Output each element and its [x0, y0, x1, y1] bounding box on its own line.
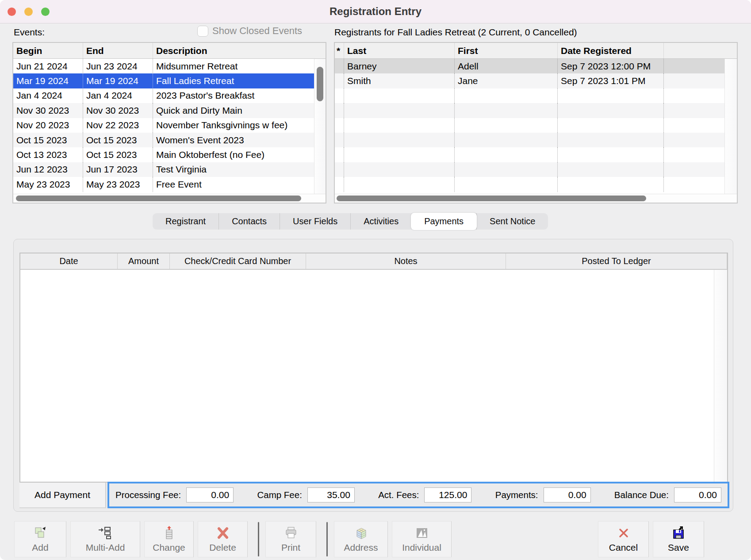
multi-add-icon: [98, 525, 113, 541]
add-payment-button[interactable]: Add Payment: [19, 483, 106, 508]
events-vertical-scroll-thumb[interactable]: [317, 67, 323, 101]
registrant-filler-cell: [664, 133, 724, 147]
change-button[interactable]: Change: [144, 521, 194, 557]
event-row[interactable]: Jan 4 2024Jan 4 20242023 Pastor's Breakf…: [13, 88, 314, 103]
registrant-flag-cell: [335, 133, 344, 147]
event-row[interactable]: May 23 2023May 23 2023Free Event: [13, 177, 314, 192]
payments-column-header: Date: [20, 253, 118, 269]
save-floppy-icon: [671, 525, 686, 541]
registrant-first-cell: [455, 162, 558, 177]
registrant-filler-cell: [664, 162, 724, 177]
event-begin-cell: Jun 21 2024: [13, 59, 83, 73]
change-button-label: Change: [153, 542, 185, 553]
event-end-cell: Oct 15 2023: [83, 147, 153, 162]
registrant-flag-cell: [335, 118, 344, 133]
event-begin-cell: Nov 20 2023: [13, 118, 83, 133]
event-row[interactable]: Nov 30 2023Nov 30 2023Quick and Dirty Ma…: [13, 103, 314, 118]
payments-column-header: Posted To Ledger: [506, 253, 727, 269]
registrant-empty-row: [335, 162, 724, 177]
tab-sent-notice[interactable]: Sent Notice: [476, 213, 548, 230]
registrant-last-cell: [344, 118, 455, 133]
registrant-first-cell: Jane: [455, 73, 558, 88]
event-end-cell: Jun 23 2024: [83, 59, 153, 73]
fee-value-field[interactable]: 125.00: [424, 487, 471, 502]
cancel-button[interactable]: Cancel: [598, 521, 649, 557]
toolbar-group-divider: [326, 522, 328, 556]
registrants-column-header: First: [455, 43, 558, 58]
detail-tabbar: RegistrantContactsUser FieldsActivitiesP…: [153, 213, 548, 230]
event-row[interactable]: Oct 15 2023Oct 15 2023Women's Event 2023: [13, 133, 314, 147]
events-horizontal-scrollbar[interactable]: [13, 194, 326, 203]
titlebar: Registration Entry: [0, 0, 751, 23]
event-row[interactable]: Mar 19 2024Mar 19 2024Fall Ladies Retrea…: [13, 73, 314, 88]
payments-column-header: Amount: [118, 253, 170, 269]
registrant-filler-cell: [664, 177, 724, 192]
registrant-last-cell: Barney: [344, 59, 455, 73]
minimize-window-icon[interactable]: [24, 8, 33, 16]
fee-value-field[interactable]: 35.00: [307, 487, 355, 502]
registrant-last-cell: [344, 103, 455, 118]
tab-user-fields[interactable]: User Fields: [280, 213, 350, 230]
individual-button[interactable]: Individual: [392, 521, 452, 557]
event-description-cell: Midsummer Retreat: [153, 59, 314, 73]
registrant-empty-row: [335, 147, 724, 162]
fee-group: Act. Fees:125.00: [378, 487, 471, 502]
registrant-filler-cell: [664, 118, 724, 133]
events-horizontal-scroll-thumb[interactable]: [16, 196, 301, 201]
payments-column-header: Check/Credit Card Number: [170, 253, 306, 269]
event-description-cell: Main Oktoberfest (no Fee): [153, 147, 314, 162]
event-begin-cell: Oct 13 2023: [13, 147, 83, 162]
registrant-first-cell: [455, 88, 558, 103]
event-end-cell: Nov 22 2023: [83, 118, 153, 133]
tab-activities[interactable]: Activities: [350, 213, 411, 230]
tab-contacts[interactable]: Contacts: [218, 213, 280, 230]
registrant-flag-cell: [335, 73, 344, 88]
delete-button[interactable]: Delete: [198, 521, 248, 557]
add-button-label: Add: [32, 542, 48, 553]
close-window-icon[interactable]: [8, 8, 16, 16]
payments-vertical-scrollbar[interactable]: [714, 270, 727, 482]
registrant-row[interactable]: SmithJaneSep 7 2023 1:01 PM: [335, 73, 724, 88]
registrant-last-cell: [344, 88, 455, 103]
fees-summary-strip: Processing Fee:0.00Camp Fee:35.00Act. Fe…: [107, 482, 729, 508]
event-begin-cell: Mar 19 2024: [13, 73, 83, 88]
print-button[interactable]: Print: [265, 521, 316, 557]
registrant-first-cell: [455, 177, 558, 192]
payments-table: DateAmountCheck/Credit Card NumberNotesP…: [19, 253, 728, 483]
fee-value-field[interactable]: 0.00: [186, 487, 234, 502]
tab-payments[interactable]: Payments: [411, 213, 477, 230]
add-payment-label: Add Payment: [34, 490, 90, 500]
address-icon: [353, 525, 368, 541]
event-begin-cell: Jan 4 2024: [13, 88, 83, 103]
event-begin-cell: May 23 2023: [13, 177, 83, 192]
zoom-window-icon[interactable]: [41, 8, 50, 16]
registrant-row[interactable]: BarneyAdellSep 7 2023 12:00 PM: [335, 59, 724, 73]
registrants-vertical-scrollbar[interactable]: [724, 59, 737, 194]
registrant-date-cell: [558, 103, 664, 118]
event-row[interactable]: Jun 12 2023Jun 17 2023Test Virginia: [13, 162, 314, 177]
event-row[interactable]: Oct 13 2023Oct 15 2023Main Oktoberfest (…: [13, 147, 314, 162]
address-button[interactable]: Address: [334, 521, 388, 557]
event-row[interactable]: Jun 21 2024Jun 23 2024Midsummer Retreat: [13, 59, 314, 73]
registrant-date-cell: [558, 177, 664, 192]
registrants-column-header: *: [335, 43, 344, 58]
event-begin-cell: Nov 30 2023: [13, 103, 83, 118]
fee-group: Balance Due:0.00: [614, 487, 721, 502]
add-button[interactable]: Add: [14, 521, 66, 557]
fee-label: Balance Due:: [614, 490, 669, 500]
show-closed-events-checkbox[interactable]: Show Closed Events: [197, 25, 302, 37]
save-button[interactable]: Save: [653, 521, 704, 557]
registrants-table-body: BarneyAdellSep 7 2023 12:00 PMSmithJaneS…: [335, 59, 724, 194]
multi-add-button[interactable]: Multi-Add: [70, 521, 140, 557]
event-description-cell: 2023 Pastor's Breakfast: [153, 88, 314, 103]
registrant-date-cell: Sep 7 2023 1:01 PM: [558, 73, 664, 88]
checkbox-icon[interactable]: [197, 26, 208, 37]
fee-value-field[interactable]: 0.00: [674, 487, 721, 502]
fee-value-field[interactable]: 0.00: [544, 487, 591, 502]
delete-icon: [215, 525, 230, 541]
event-row[interactable]: Nov 20 2023Nov 22 2023November Tanksgivn…: [13, 118, 314, 133]
registrants-horizontal-scrollbar[interactable]: [335, 194, 737, 203]
registrants-horizontal-scroll-thumb[interactable]: [337, 196, 646, 201]
events-vertical-scrollbar[interactable]: [314, 59, 326, 194]
tab-registrant[interactable]: Registrant: [153, 213, 218, 230]
